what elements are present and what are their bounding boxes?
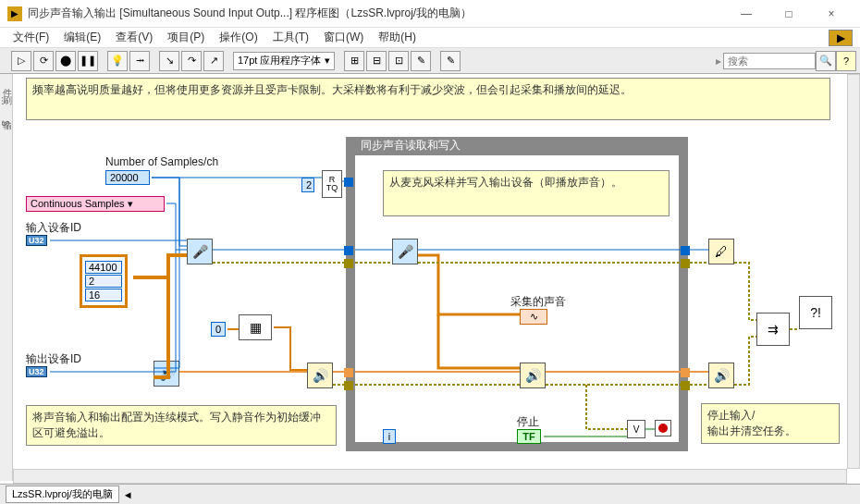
cleanup-button[interactable]: ✎ <box>411 51 431 71</box>
project-path[interactable]: LzsSR.lvproj/我的电脑 <box>6 486 119 503</box>
input-device-terminal[interactable]: U32 <box>26 235 47 246</box>
const-zero[interactable]: 0 <box>211 322 226 337</box>
search-button[interactable]: 🔍 <box>816 51 836 71</box>
run-button[interactable]: ▷ <box>11 51 31 71</box>
stop-terminal[interactable]: TF <box>517 429 541 444</box>
menu-project[interactable]: 项目(P) <box>162 28 210 47</box>
status-bar: LzsSR.lvproj/我的电脑 ◄ <box>0 484 860 504</box>
loop-stop-condition[interactable] <box>655 420 671 436</box>
menu-file[interactable]: 文件(F) <box>7 28 55 47</box>
pause-button[interactable]: ❚❚ <box>78 51 98 71</box>
search-input[interactable] <box>723 53 816 69</box>
maximize-button[interactable]: □ <box>768 0 810 28</box>
loop-title: 同步声音读取和写入 <box>355 137 679 155</box>
vertical-scrollbar[interactable] <box>847 74 860 469</box>
distribute-button[interactable]: ⊟ <box>366 51 387 71</box>
retain-wire-button[interactable]: ⤞ <box>129 51 150 71</box>
vi-icon[interactable]: ▶ <box>829 30 853 46</box>
tunnel-right-1 <box>681 246 690 255</box>
quotient-remainder-node[interactable]: R TQ <box>322 170 342 198</box>
comment-left: 将声音输入和输出配置为连续模式。写入静音作为初始缓冲区可避免溢出。 <box>26 405 337 446</box>
close-button[interactable]: × <box>810 0 853 28</box>
extra-tool-button[interactable]: ✎ <box>440 51 461 71</box>
dropdown-icon: ▾ <box>325 55 330 67</box>
const-samples[interactable]: 20000 <box>105 170 150 185</box>
font-selector[interactable]: 17pt 应用程序字体 ▾ <box>233 52 335 70</box>
run-continuous-button[interactable]: ⟳ <box>33 51 54 71</box>
abort-button[interactable]: ⬤ <box>55 51 76 71</box>
waveform-indicator[interactable]: ∿ <box>520 309 547 325</box>
block-diagram-canvas[interactable]: 频率越高说明质量越好，但将使用更多资源并且受声卡限制。大采样数将有利于减少突波，… <box>13 74 847 481</box>
label-num-samples: Number of Samples/ch <box>105 155 218 168</box>
enum-label: Continuous Samples <box>31 198 125 209</box>
step-out-button[interactable]: ↗ <box>203 51 224 71</box>
window-title: 同步声音输入输出 [Simultaneous Sound Input Outp.… <box>28 6 725 21</box>
const-q[interactable]: 2 <box>301 178 314 192</box>
tunnel-left-err1 <box>344 259 353 268</box>
comment-top: 频率越高说明质量越好，但将使用更多资源并且受声卡限制。大采样数将有利于减少突波，… <box>26 78 830 120</box>
iteration-terminal: i <box>383 429 396 444</box>
nav-arrow-icon[interactable]: ◄ <box>123 489 133 500</box>
help-button[interactable]: ? <box>836 51 856 71</box>
dropdown-icon: ▾ <box>128 198 133 209</box>
menu-window[interactable]: 窗口(W) <box>318 28 369 47</box>
step-over-button[interactable]: ↷ <box>181 51 202 71</box>
menu-view[interactable]: 查看(V) <box>110 28 158 47</box>
menu-edit[interactable]: 编辑(E) <box>58 28 106 47</box>
menubar: 文件(F) 编辑(E) 查看(V) 项目(P) 操作(O) 工具(T) 窗口(W… <box>0 28 860 48</box>
init-array-node[interactable]: ▦ <box>239 314 272 340</box>
label-collected: 采集的声音 <box>510 294 566 310</box>
sound-input-clear-node[interactable]: 🖊 <box>708 239 734 264</box>
font-label: 17pt 应用程序字体 <box>238 54 321 68</box>
or-node[interactable]: V <box>627 420 645 438</box>
tunnel-left-2 <box>344 246 353 255</box>
menu-operate[interactable]: 操作(O) <box>214 28 263 47</box>
output-device-terminal[interactable]: U32 <box>26 366 47 377</box>
format-cluster[interactable]: 44100 2 16 <box>80 254 128 308</box>
sound-output-config-node[interactable]: 🔊 <box>154 361 179 387</box>
sound-read-node[interactable]: 🎤 <box>392 239 418 264</box>
comment-loop: 从麦克风采样并写入输出设备（即播放声音）。 <box>383 170 670 216</box>
step-into-button[interactable]: ↘ <box>159 51 179 71</box>
minimize-button[interactable]: — <box>725 0 768 28</box>
sound-write-init-node[interactable]: 🔊 <box>307 363 333 388</box>
label-stop: 停止 <box>517 414 539 430</box>
label-input-device: 输入设备ID <box>26 220 81 236</box>
toolbar: ▷ ⟳ ⬤ ❚❚ 💡 ⤞ ↘ ↷ ↗ 17pt 应用程序字体 ▾ ⊞ ⊟ ⊡ ✎… <box>0 48 860 74</box>
cluster-bits: 16 <box>85 289 122 301</box>
titlebar: ▶ 同步声音输入输出 [Simultaneous Sound Input Out… <box>0 0 860 28</box>
align-button[interactable]: ⊞ <box>344 51 364 71</box>
enum-continuous-samples[interactable]: Continuous Samples ▾ <box>26 196 165 212</box>
label-output-device: 输出设备ID <box>26 351 81 367</box>
cluster-rate: 44100 <box>85 261 122 274</box>
horizontal-scrollbar[interactable] <box>13 469 847 484</box>
tunnel-left-3 <box>344 368 353 377</box>
app-icon: ▶ <box>7 6 22 21</box>
tunnel-right-err2 <box>681 381 690 390</box>
tunnel-right-2 <box>681 368 690 377</box>
comment-right: 停止输入/ 输出并清空任务。 <box>701 403 840 444</box>
highlight-button[interactable]: 💡 <box>107 51 128 71</box>
error-handler-node[interactable]: ?! <box>799 296 832 329</box>
tunnel-right-err1 <box>681 259 690 268</box>
left-palette-strip: 件刷…输S <box>0 74 13 481</box>
menu-help[interactable]: 帮助(H) <box>373 28 422 47</box>
cluster-channels: 2 <box>85 275 122 288</box>
sound-write-node[interactable]: 🔊 <box>520 363 546 388</box>
sound-output-clear-node[interactable]: 🔊 <box>708 363 734 388</box>
sound-input-config-node[interactable]: 🎤 <box>187 239 213 264</box>
tunnel-left-1 <box>344 178 353 187</box>
merge-errors-node[interactable]: ⇉ <box>756 313 790 346</box>
menu-tools[interactable]: 工具(T) <box>267 28 314 47</box>
reorder-button[interactable]: ⊡ <box>388 51 409 71</box>
tunnel-left-err2 <box>344 381 353 390</box>
